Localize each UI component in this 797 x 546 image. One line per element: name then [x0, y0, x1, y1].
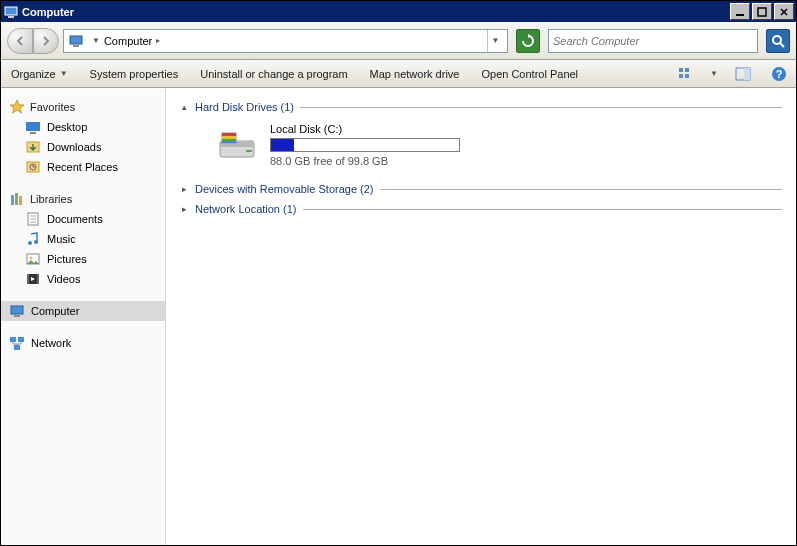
divider	[300, 107, 782, 108]
sidebar-item-computer[interactable]: Computer	[1, 301, 165, 321]
drive-name: Local Disk (C:)	[270, 123, 470, 135]
computer-icon	[4, 5, 18, 19]
search-box[interactable]	[548, 29, 758, 53]
expand-icon: ▸	[180, 185, 189, 194]
drive-free-text: 88.0 GB free of 99.8 GB	[270, 155, 470, 167]
help-button[interactable]: ?	[768, 63, 790, 85]
divider	[380, 189, 782, 190]
command-bar: Organize ▼ System properties Uninstall o…	[1, 60, 796, 88]
svg-rect-25	[19, 196, 22, 205]
videos-icon	[25, 271, 41, 287]
svg-point-33	[30, 257, 33, 260]
close-button[interactable]	[774, 3, 794, 20]
svg-text:?: ?	[776, 68, 783, 80]
hard-drive-icon	[216, 127, 258, 163]
refresh-button[interactable]	[516, 29, 540, 53]
sidebar-item-desktop[interactable]: Desktop	[1, 117, 165, 137]
group-header-removable[interactable]: ▸ Devices with Removable Storage (2)	[180, 183, 782, 195]
libraries-label: Libraries	[30, 193, 72, 205]
sidebar-item-downloads[interactable]: Downloads	[1, 137, 165, 157]
control-panel-button[interactable]: Open Control Panel	[477, 65, 582, 83]
svg-rect-41	[14, 345, 20, 350]
tree-item-label: Pictures	[47, 253, 87, 265]
body-area: Favorites Desktop Downloads Recent Place…	[1, 88, 796, 545]
system-properties-label: System properties	[90, 68, 179, 80]
collapse-icon: ▴	[180, 103, 189, 112]
favorites-section[interactable]: Favorites	[1, 97, 165, 117]
chevron-down-icon[interactable]: ▼	[710, 69, 718, 78]
title-bar: Computer	[1, 1, 796, 22]
sidebar-item-music[interactable]: Music	[1, 229, 165, 249]
svg-rect-3	[758, 8, 766, 16]
drive-usage-bar	[270, 138, 460, 152]
svg-rect-1	[8, 16, 14, 18]
map-drive-label: Map network drive	[370, 68, 460, 80]
libraries-section[interactable]: Libraries	[1, 189, 165, 209]
drive-item-local-disk-c[interactable]: Local Disk (C:) 88.0 GB free of 99.8 GB	[180, 121, 782, 179]
control-panel-label: Open Control Panel	[481, 68, 578, 80]
group-label: Network Location (1)	[195, 203, 297, 215]
organize-label: Organize	[11, 68, 56, 80]
svg-rect-19	[30, 132, 36, 134]
computer-icon	[9, 303, 25, 319]
tree-item-label: Documents	[47, 213, 103, 225]
svg-line-9	[780, 43, 784, 47]
maximize-button[interactable]	[752, 3, 772, 20]
search-button[interactable]	[766, 29, 790, 53]
tree-item-label: Videos	[47, 273, 80, 285]
group-header-hdd[interactable]: ▴ Hard Disk Drives (1)	[180, 101, 782, 113]
svg-rect-13	[685, 74, 689, 78]
svg-rect-40	[18, 337, 24, 342]
back-button[interactable]	[7, 28, 33, 54]
network-icon	[9, 335, 25, 351]
svg-rect-0	[5, 7, 17, 15]
tree-item-label: Downloads	[47, 141, 101, 153]
svg-rect-48	[222, 139, 236, 142]
svg-point-31	[34, 240, 38, 244]
content-pane: ▴ Hard Disk Drives (1)	[166, 89, 796, 545]
svg-rect-11	[685, 68, 689, 72]
group-label: Hard Disk Drives (1)	[195, 101, 294, 113]
expand-icon: ▸	[180, 205, 189, 214]
organize-button[interactable]: Organize ▼	[7, 65, 72, 83]
explorer-window: Computer ▼ Computer ▸ ▼	[0, 0, 797, 546]
view-options-button[interactable]	[674, 63, 696, 85]
preview-pane-button[interactable]	[732, 63, 754, 85]
svg-rect-18	[26, 122, 40, 131]
svg-rect-39	[10, 337, 16, 342]
svg-rect-23	[11, 195, 14, 205]
tree-item-label: Recent Places	[47, 161, 118, 173]
svg-rect-46	[222, 133, 236, 136]
search-input[interactable]	[553, 35, 753, 47]
tree-item-label: Network	[31, 337, 71, 349]
tree-item-label: Desktop	[47, 121, 87, 133]
divider	[303, 209, 783, 210]
uninstall-label: Uninstall or change a program	[200, 68, 347, 80]
svg-rect-2	[736, 14, 744, 16]
svg-rect-38	[14, 315, 20, 317]
sidebar-item-pictures[interactable]: Pictures	[1, 249, 165, 269]
address-bar[interactable]: ▼ Computer ▸ ▼	[63, 29, 508, 53]
uninstall-button[interactable]: Uninstall or change a program	[196, 65, 351, 83]
group-header-network-location[interactable]: ▸ Network Location (1)	[180, 203, 782, 215]
minimize-button[interactable]	[730, 3, 750, 20]
sidebar-item-recent-places[interactable]: Recent Places	[1, 157, 165, 177]
sidebar-item-documents[interactable]: Documents	[1, 209, 165, 229]
svg-rect-10	[679, 68, 683, 72]
desktop-icon	[25, 119, 41, 135]
svg-rect-36	[37, 274, 39, 284]
map-drive-button[interactable]: Map network drive	[366, 65, 464, 83]
tree-item-label: Music	[47, 233, 76, 245]
music-icon	[25, 231, 41, 247]
address-history-dropdown-icon[interactable]: ▼	[487, 30, 503, 52]
svg-point-30	[28, 241, 32, 245]
forward-button[interactable]	[33, 28, 59, 54]
breadcrumb-root-dropdown-icon[interactable]: ▼	[92, 36, 100, 45]
group-label: Devices with Removable Storage (2)	[195, 183, 374, 195]
svg-rect-6	[70, 36, 82, 44]
tree-item-label: Computer	[31, 305, 79, 317]
breadcrumb-dropdown-icon[interactable]: ▸	[156, 36, 160, 45]
sidebar-item-network[interactable]: Network	[1, 333, 165, 353]
system-properties-button[interactable]: System properties	[86, 65, 183, 83]
sidebar-item-videos[interactable]: Videos	[1, 269, 165, 289]
